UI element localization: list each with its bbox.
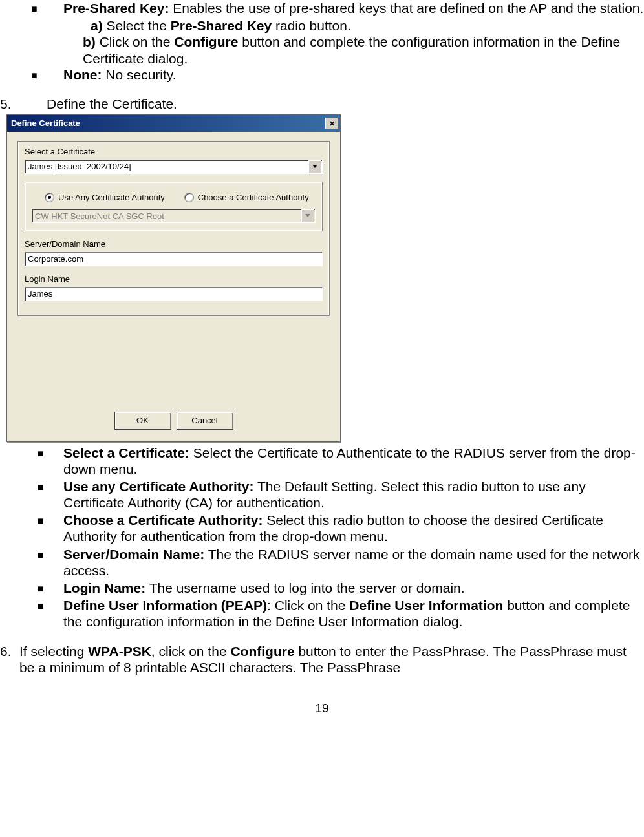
svg-marker-0 — [312, 165, 317, 168]
ok-button[interactable]: OK — [114, 412, 171, 430]
select-cert-dropdown[interactable]: James [Issued: 2002/10/24] — [25, 160, 323, 174]
dialog-title: Define Certificate — [11, 118, 80, 129]
close-icon: ✕ — [329, 120, 335, 128]
bullet-icon: ■ — [38, 597, 63, 630]
radio-choose-label: Choose a Certificate Authority — [198, 193, 309, 203]
radio-icon — [45, 193, 54, 202]
radio-any-label: Use Any Certificate Authority — [58, 193, 165, 203]
ca-value: CW HKT SecureNet CA SGC Root — [35, 211, 164, 222]
page-number: 19 — [0, 701, 644, 716]
bullet-icon: ■ — [38, 546, 63, 578]
login-name-input[interactable]: James — [25, 287, 323, 301]
bullet-icon: ■ — [38, 478, 63, 511]
svg-marker-1 — [305, 214, 310, 217]
login-name-value: James — [28, 289, 52, 299]
bullet-icon: ■ — [38, 580, 63, 596]
bullet-icon: ■ — [38, 512, 63, 544]
none-bullet-text: None: No security. — [63, 67, 644, 83]
step-6-text: If selecting WPA-PSK, click on the Confi… — [19, 643, 644, 675]
bullet-server-domain: Server/Domain Name: The the RADIUS serve… — [63, 546, 644, 578]
ca-dropdown: CW HKT SecureNet CA SGC Root — [32, 209, 316, 223]
bullet-select-cert: Select a Certificate: Select the Certifi… — [63, 445, 644, 477]
step-5-text: Define the Certificate. — [47, 96, 177, 112]
define-certificate-dialog: Define Certificate ✕ Select a Certificat… — [6, 114, 341, 441]
radio-use-any-ca[interactable]: Use Any Certificate Authority — [45, 193, 165, 203]
radio-icon — [184, 193, 194, 202]
psk-sub-a: a) Select the Pre-Shared Key radio butto… — [91, 17, 644, 34]
dialog-titlebar[interactable]: Define Certificate ✕ — [7, 115, 340, 132]
select-cert-label: Select a Certificate — [25, 147, 323, 157]
step-5-number: 5. — [0, 96, 47, 112]
bullet-icon: ■ — [38, 445, 63, 477]
select-cert-value: James [Issued: 2002/10/24] — [28, 162, 131, 172]
radio-choose-ca[interactable]: Choose a Certificate Authority — [184, 193, 309, 203]
cancel-button[interactable]: Cancel — [177, 412, 233, 430]
certificate-groupbox: Select a Certificate James [Issued: 2002… — [17, 141, 330, 315]
psk-sub-b: b) Click on the Configure button and com… — [83, 34, 644, 66]
server-domain-input[interactable]: Corporate.com — [25, 252, 323, 266]
bullet-choose-ca: Choose a Certificate Authority: Select t… — [63, 512, 644, 544]
chevron-down-icon — [301, 209, 314, 222]
server-domain-label: Server/Domain Name — [25, 239, 323, 249]
bullet-login-name: Login Name: The username used to log int… — [63, 580, 644, 596]
psk-bullet-text: Pre-Shared Key: Enables the use of pre-s… — [63, 0, 644, 16]
bullet-define-user-info: Define User Information (PEAP): Click on… — [63, 597, 644, 630]
bullet-icon: ■ — [31, 0, 63, 16]
chevron-down-icon — [308, 160, 321, 173]
server-domain-value: Corporate.com — [28, 254, 83, 264]
bullet-icon: ■ — [31, 67, 63, 83]
bullet-use-any-ca: Use any Certificate Authority: The Defau… — [63, 478, 644, 511]
close-button[interactable]: ✕ — [325, 118, 338, 129]
ca-groupbox: Use Any Certificate Authority Choose a C… — [25, 182, 323, 232]
step-6-number: 6. — [0, 643, 19, 675]
login-name-label: Login Name — [25, 274, 323, 284]
